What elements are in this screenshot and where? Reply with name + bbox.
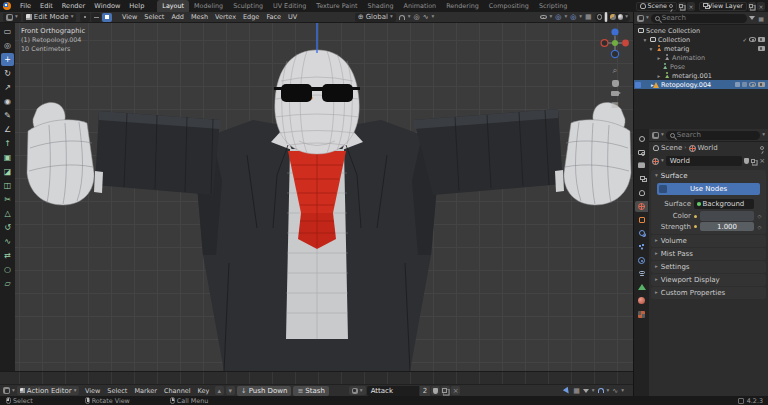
checkbox-icon[interactable]: ✓ — [742, 37, 747, 43]
menu-render[interactable]: Render — [58, 2, 89, 10]
options-icon[interactable]: ▾ — [762, 132, 765, 138]
outliner-options-icon[interactable]: ▦ — [757, 14, 765, 23]
mode-dropdown[interactable]: Edit Mode ▾ — [23, 13, 77, 22]
view-layer-copy-button[interactable] — [748, 2, 756, 11]
properties-search-input[interactable]: Search — [666, 131, 760, 140]
push-down-button[interactable]: ↓ Push Down — [237, 386, 292, 396]
pan-hand-icon[interactable] — [612, 80, 619, 87]
tool-edge-slide[interactable]: ⇄ — [1, 249, 14, 262]
axis-x-negative[interactable] — [601, 40, 608, 47]
outliner-row-retopology-004[interactable]: ▸ Retopology.004 — [634, 80, 768, 89]
axis-z-positive[interactable] — [611, 28, 618, 35]
tab-material[interactable] — [635, 295, 648, 307]
edge-select-button[interactable] — [91, 13, 101, 22]
editor-type-icon[interactable] — [637, 15, 644, 22]
tab-object[interactable] — [635, 214, 648, 226]
breadcrumb-world[interactable]: World — [698, 144, 718, 152]
tab-animation[interactable]: Animation — [399, 0, 442, 12]
blender-logo-icon[interactable] — [3, 2, 11, 10]
world-browse-icon[interactable] — [652, 158, 659, 165]
tab-scripting[interactable]: Scripting — [534, 0, 572, 12]
decorator-icon[interactable]: ◇ — [757, 224, 762, 230]
editor-type-button[interactable]: ▾ — [3, 13, 21, 22]
tool-measure[interactable]: ∠ — [1, 123, 14, 136]
pin-icon[interactable] — [760, 146, 764, 150]
action-browse-button[interactable]: ▾ — [349, 386, 366, 396]
menu-edge[interactable]: Edge — [240, 13, 263, 21]
tool-rotate[interactable]: ↻ — [1, 67, 14, 80]
axis-y-ball[interactable] — [612, 40, 618, 46]
tool-shear[interactable]: ▱ — [1, 277, 14, 290]
fake-user-button[interactable] — [431, 386, 440, 396]
tab-constraints[interactable] — [635, 268, 648, 280]
fake-user-icon[interactable] — [744, 158, 749, 164]
outliner-row-animation[interactable]: ▸ Animation — [634, 53, 768, 62]
tab-compositing[interactable]: Compositing — [484, 0, 534, 12]
zoom-icon[interactable]: ⌕ — [612, 65, 617, 76]
tab-modeling[interactable]: Modeling — [189, 0, 228, 12]
left-hand[interactable] — [27, 102, 94, 205]
rendered-shading-button[interactable] — [618, 14, 624, 20]
menu-help[interactable]: Help — [125, 2, 148, 10]
viewport-display-panel-header[interactable]: ▸ Viewport Display — [651, 274, 766, 286]
tool-poly-build[interactable]: △ — [1, 207, 14, 220]
expand-icon[interactable]: ▾ — [648, 46, 654, 52]
tab-scene[interactable] — [635, 187, 648, 199]
tab-texture[interactable] — [635, 309, 648, 321]
ortho-toggle-icon[interactable]: ▦ — [611, 100, 619, 109]
decorator-icon[interactable]: ◇ — [757, 213, 762, 219]
camera-icon[interactable] — [758, 82, 765, 87]
scene-field[interactable]: Scene — [636, 2, 677, 11]
tool-select-box[interactable]: ▭ — [1, 25, 14, 38]
outliner-row-collection[interactable]: ▾ Collection ✓ — [634, 35, 768, 44]
tweak-tool-icon[interactable] — [563, 386, 571, 394]
outliner-row-scene-collection[interactable]: Scene Collection — [634, 26, 768, 35]
menu-add[interactable]: Add — [168, 13, 188, 21]
outliner-row-metarig-001[interactable]: ▸ metarig.001 — [634, 71, 768, 80]
menu-mesh[interactable]: Mesh — [187, 13, 211, 21]
world-name-field[interactable]: World — [666, 156, 742, 166]
frame-display-icon[interactable]: ▦ — [573, 387, 580, 395]
expand-icon[interactable]: ▸ — [656, 55, 662, 61]
color-swatch[interactable] — [700, 211, 754, 221]
volume-panel-header[interactable]: ▸ Volume — [651, 235, 766, 247]
menu-view[interactable]: View — [118, 13, 140, 21]
xray-toggle-icon[interactable]: ▦ — [585, 13, 592, 21]
navigation-gizmo[interactable]: ⌕ ▦ — [600, 26, 630, 109]
tab-texture-paint[interactable]: Texture Paint — [311, 0, 362, 12]
strength-slider[interactable]: 1.000 — [700, 222, 754, 232]
tab-object-data[interactable] — [635, 282, 648, 294]
action-users-badge[interactable]: 2 — [420, 386, 430, 396]
view-layer-field[interactable]: View Layer — [699, 2, 747, 11]
expand-icon[interactable]: ▸ — [643, 82, 651, 88]
view-layer-unlink-button[interactable]: × — [757, 2, 765, 11]
expand-icon[interactable]: ▾ — [642, 37, 648, 43]
move-down-button[interactable]: ▾ — [226, 386, 235, 396]
dope-sheet-timeline[interactable] — [0, 371, 633, 384]
menu-face[interactable]: Face — [263, 13, 285, 21]
tool-loop-cut[interactable]: ◫ — [1, 179, 14, 192]
use-nodes-button[interactable]: Use Nodes — [657, 183, 760, 195]
axis-x-positive[interactable] — [622, 40, 629, 47]
tool-scale[interactable]: ↗ — [1, 81, 14, 94]
orientation-dropdown[interactable]: ⊕ Global ▾ — [355, 13, 396, 22]
editor-type-icon[interactable] — [3, 387, 10, 394]
tool-transform[interactable]: ◉ — [1, 95, 14, 108]
armature-bone-line[interactable] — [316, 23, 317, 53]
menu-vertex[interactable]: Vertex — [212, 13, 240, 21]
copy-icon[interactable] — [751, 159, 756, 164]
outliner-row-pose[interactable]: Pose — [634, 62, 768, 71]
modifier-icon[interactable] — [735, 82, 740, 87]
menu-marker[interactable]: Marker — [131, 387, 160, 395]
proportional-edit-icon[interactable]: ◎ — [414, 13, 420, 21]
wireframe-shading-button[interactable] — [597, 14, 603, 20]
tab-particles[interactable] — [635, 241, 648, 253]
viewport-3d[interactable]: ▭ ◎ + ↻ ↗ ◉ ✎ ∠ ↑ ▣ ◪ ◫ ✂ △ ↺ ∿ ⇄ ○ ▱ Fr… — [0, 23, 633, 371]
eye-icon[interactable] — [749, 82, 756, 87]
camera-view-icon[interactable] — [611, 91, 619, 96]
tab-modifiers[interactable] — [635, 228, 648, 240]
dope-mode-dropdown[interactable]: Action Editor ▾ — [17, 386, 80, 396]
menu-uv[interactable]: UV — [285, 13, 301, 21]
tab-rendering[interactable]: Rendering — [441, 0, 484, 12]
tool-extrude-region[interactable]: ↑ — [1, 137, 14, 150]
